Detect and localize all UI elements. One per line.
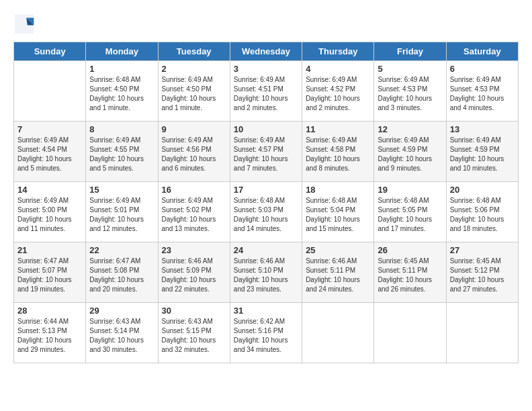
- day-of-week-header: Monday: [86, 42, 158, 61]
- day-info: Sunrise: 6:49 AM Sunset: 4:53 PM Dayligh…: [450, 75, 515, 113]
- day-info: Sunrise: 6:49 AM Sunset: 4:53 PM Dayligh…: [378, 75, 442, 113]
- day-info: Sunrise: 6:47 AM Sunset: 5:08 PM Dayligh…: [89, 257, 154, 294]
- calendar-cell: 27Sunrise: 6:45 AM Sunset: 5:12 PM Dayli…: [446, 242, 518, 303]
- day-info: Sunrise: 6:48 AM Sunset: 4:50 PM Dayligh…: [89, 75, 154, 113]
- day-info: Sunrise: 6:48 AM Sunset: 5:06 PM Dayligh…: [450, 196, 515, 234]
- day-number: 1: [89, 64, 154, 74]
- day-number: 3: [234, 64, 298, 74]
- calendar-cell: 17Sunrise: 6:48 AM Sunset: 5:03 PM Dayli…: [230, 182, 302, 242]
- day-info: Sunrise: 6:49 AM Sunset: 4:56 PM Dayligh…: [162, 136, 226, 173]
- logo-icon: [13, 13, 35, 35]
- day-info: Sunrise: 6:49 AM Sunset: 4:57 PM Dayligh…: [234, 136, 298, 173]
- day-info: Sunrise: 6:49 AM Sunset: 5:01 PM Dayligh…: [89, 196, 154, 234]
- day-number: 15: [89, 185, 154, 195]
- calendar-cell: 10Sunrise: 6:49 AM Sunset: 4:57 PM Dayli…: [230, 122, 302, 182]
- calendar-cell: 21Sunrise: 6:47 AM Sunset: 5:07 PM Dayli…: [14, 242, 86, 303]
- calendar-cell: 13Sunrise: 6:49 AM Sunset: 4:59 PM Dayli…: [446, 122, 518, 182]
- calendar-week-row: 1Sunrise: 6:48 AM Sunset: 4:50 PM Daylig…: [14, 61, 519, 122]
- day-info: Sunrise: 6:48 AM Sunset: 5:04 PM Dayligh…: [306, 196, 370, 234]
- day-info: Sunrise: 6:46 AM Sunset: 5:11 PM Dayligh…: [306, 257, 370, 294]
- day-info: Sunrise: 6:49 AM Sunset: 4:54 PM Dayligh…: [17, 136, 82, 173]
- calendar-cell: 7Sunrise: 6:49 AM Sunset: 4:54 PM Daylig…: [14, 122, 86, 182]
- day-number: 12: [378, 124, 442, 134]
- calendar-cell: 9Sunrise: 6:49 AM Sunset: 4:56 PM Daylig…: [158, 122, 230, 182]
- day-number: 22: [89, 245, 154, 255]
- day-number: 16: [162, 185, 226, 195]
- day-info: Sunrise: 6:48 AM Sunset: 5:05 PM Dayligh…: [378, 196, 442, 234]
- day-number: 10: [234, 124, 298, 134]
- day-number: 13: [450, 124, 515, 134]
- calendar-cell: 29Sunrise: 6:43 AM Sunset: 5:14 PM Dayli…: [86, 303, 158, 363]
- day-info: Sunrise: 6:49 AM Sunset: 4:58 PM Dayligh…: [306, 136, 370, 173]
- day-of-week-header: Sunday: [14, 42, 86, 61]
- day-info: Sunrise: 6:46 AM Sunset: 5:10 PM Dayligh…: [234, 257, 298, 294]
- day-of-week-header: Wednesday: [230, 42, 302, 61]
- day-info: Sunrise: 6:47 AM Sunset: 5:07 PM Dayligh…: [17, 257, 82, 294]
- calendar-cell: 31Sunrise: 6:42 AM Sunset: 5:16 PM Dayli…: [230, 303, 302, 363]
- calendar-cell: 18Sunrise: 6:48 AM Sunset: 5:04 PM Dayli…: [302, 182, 374, 242]
- day-number: 18: [306, 185, 370, 195]
- day-info: Sunrise: 6:45 AM Sunset: 5:11 PM Dayligh…: [378, 257, 442, 294]
- day-info: Sunrise: 6:49 AM Sunset: 4:55 PM Dayligh…: [89, 136, 154, 173]
- calendar-cell: 15Sunrise: 6:49 AM Sunset: 5:01 PM Dayli…: [86, 182, 158, 242]
- day-number: 14: [17, 185, 82, 195]
- calendar-cell: 5Sunrise: 6:49 AM Sunset: 4:53 PM Daylig…: [374, 61, 446, 122]
- day-info: Sunrise: 6:49 AM Sunset: 4:59 PM Dayligh…: [378, 136, 442, 173]
- day-number: 17: [234, 185, 298, 195]
- page-header: [13, 13, 519, 35]
- day-info: Sunrise: 6:45 AM Sunset: 5:12 PM Dayligh…: [450, 257, 515, 294]
- day-of-week-header: Friday: [374, 42, 446, 61]
- calendar-cell: 1Sunrise: 6:48 AM Sunset: 4:50 PM Daylig…: [86, 61, 158, 122]
- day-info: Sunrise: 6:49 AM Sunset: 4:59 PM Dayligh…: [450, 136, 515, 173]
- calendar-cell: [302, 303, 374, 363]
- calendar-cell: 20Sunrise: 6:48 AM Sunset: 5:06 PM Dayli…: [446, 182, 518, 242]
- calendar-cell: 12Sunrise: 6:49 AM Sunset: 4:59 PM Dayli…: [374, 122, 446, 182]
- calendar-cell: 26Sunrise: 6:45 AM Sunset: 5:11 PM Dayli…: [374, 242, 446, 303]
- calendar-cell: 3Sunrise: 6:49 AM Sunset: 4:51 PM Daylig…: [230, 61, 302, 122]
- day-number: 2: [162, 64, 226, 74]
- day-number: 19: [378, 185, 442, 195]
- day-info: Sunrise: 6:42 AM Sunset: 5:16 PM Dayligh…: [234, 317, 298, 355]
- day-info: Sunrise: 6:49 AM Sunset: 4:51 PM Dayligh…: [234, 75, 298, 113]
- calendar-cell: 23Sunrise: 6:46 AM Sunset: 5:09 PM Dayli…: [158, 242, 230, 303]
- day-info: Sunrise: 6:49 AM Sunset: 5:02 PM Dayligh…: [162, 196, 226, 234]
- calendar-cell: [374, 303, 446, 363]
- day-number: 25: [306, 245, 370, 255]
- day-number: 6: [450, 64, 515, 74]
- calendar-cell: 28Sunrise: 6:44 AM Sunset: 5:13 PM Dayli…: [14, 303, 86, 363]
- calendar-week-row: 21Sunrise: 6:47 AM Sunset: 5:07 PM Dayli…: [14, 242, 519, 303]
- calendar-cell: 4Sunrise: 6:49 AM Sunset: 4:52 PM Daylig…: [302, 61, 374, 122]
- day-info: Sunrise: 6:43 AM Sunset: 5:15 PM Dayligh…: [162, 317, 226, 355]
- calendar-week-row: 28Sunrise: 6:44 AM Sunset: 5:13 PM Dayli…: [14, 303, 519, 363]
- calendar-cell: 22Sunrise: 6:47 AM Sunset: 5:08 PM Dayli…: [86, 242, 158, 303]
- day-info: Sunrise: 6:48 AM Sunset: 5:03 PM Dayligh…: [234, 196, 298, 234]
- calendar-cell: 14Sunrise: 6:49 AM Sunset: 5:00 PM Dayli…: [14, 182, 86, 242]
- day-info: Sunrise: 6:46 AM Sunset: 5:09 PM Dayligh…: [162, 257, 226, 294]
- day-number: 21: [17, 245, 82, 255]
- day-number: 31: [234, 306, 298, 316]
- calendar-cell: 30Sunrise: 6:43 AM Sunset: 5:15 PM Dayli…: [158, 303, 230, 363]
- day-number: 27: [450, 245, 515, 255]
- calendar-week-row: 14Sunrise: 6:49 AM Sunset: 5:00 PM Dayli…: [14, 182, 519, 242]
- calendar-cell: 16Sunrise: 6:49 AM Sunset: 5:02 PM Dayli…: [158, 182, 230, 242]
- calendar-cell: 8Sunrise: 6:49 AM Sunset: 4:55 PM Daylig…: [86, 122, 158, 182]
- day-of-week-header: Thursday: [302, 42, 374, 61]
- day-number: 29: [89, 306, 154, 316]
- day-info: Sunrise: 6:49 AM Sunset: 4:50 PM Dayligh…: [162, 75, 226, 113]
- calendar-header-row: SundayMondayTuesdayWednesdayThursdayFrid…: [14, 42, 519, 61]
- calendar-week-row: 7Sunrise: 6:49 AM Sunset: 4:54 PM Daylig…: [14, 122, 519, 182]
- logo: [13, 13, 38, 35]
- calendar-cell: 2Sunrise: 6:49 AM Sunset: 4:50 PM Daylig…: [158, 61, 230, 122]
- calendar-cell: 25Sunrise: 6:46 AM Sunset: 5:11 PM Dayli…: [302, 242, 374, 303]
- day-number: 24: [234, 245, 298, 255]
- calendar-cell: 24Sunrise: 6:46 AM Sunset: 5:10 PM Dayli…: [230, 242, 302, 303]
- calendar-cell: 19Sunrise: 6:48 AM Sunset: 5:05 PM Dayli…: [374, 182, 446, 242]
- day-number: 8: [89, 124, 154, 134]
- calendar-cell: [446, 303, 518, 363]
- day-number: 7: [17, 124, 82, 134]
- day-info: Sunrise: 6:44 AM Sunset: 5:13 PM Dayligh…: [17, 317, 82, 355]
- day-number: 26: [378, 245, 442, 255]
- day-of-week-header: Saturday: [446, 42, 518, 61]
- day-info: Sunrise: 6:43 AM Sunset: 5:14 PM Dayligh…: [89, 317, 154, 355]
- day-of-week-header: Tuesday: [158, 42, 230, 61]
